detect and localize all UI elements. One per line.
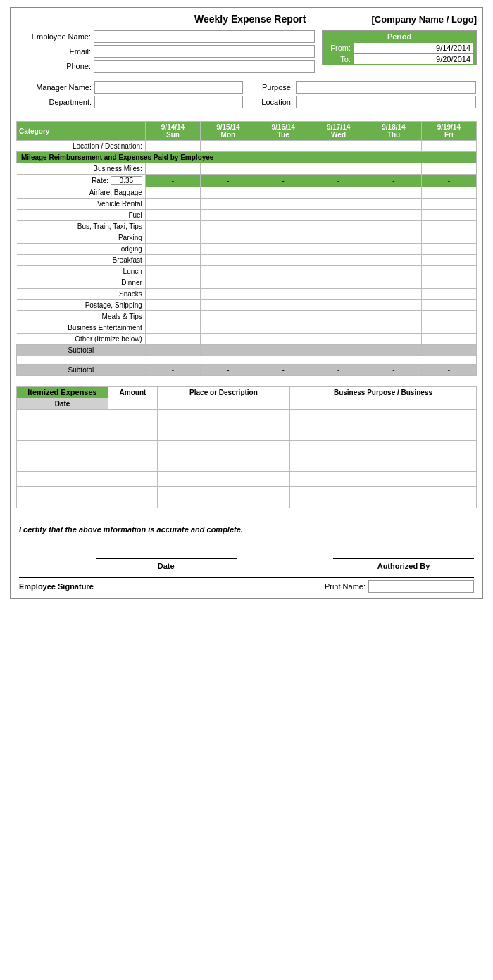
sub2-mon: - xyxy=(201,365,256,376)
sub2-tue: - xyxy=(256,365,311,376)
bm-wed[interactable] xyxy=(311,163,366,175)
itemized-header-row: Itemized Expenses Amount Place or Descri… xyxy=(17,387,477,398)
purpose-row: Purpose: xyxy=(250,81,476,94)
sub1-thu: - xyxy=(366,345,421,356)
itemized-table: Itemized Expenses Amount Place or Descri… xyxy=(16,386,477,508)
period-from-row: From: 9/14/2014 xyxy=(323,42,476,54)
list-item xyxy=(17,425,477,441)
loc-dest-fri[interactable] xyxy=(421,141,476,152)
date-col-2: 9/15/14 Mon xyxy=(201,122,256,141)
sub1-mon: - xyxy=(201,345,256,356)
date-col-6: 9/19/14 Fri xyxy=(421,122,476,141)
manager-name-label: Manager Name: xyxy=(17,83,94,92)
loc-dest-tue[interactable] xyxy=(256,141,311,152)
table-row: Lunch xyxy=(17,266,477,277)
loc-dest-wed[interactable] xyxy=(311,141,366,152)
location-destination-row: Location / Destination: xyxy=(17,141,477,152)
cat-breakfast: Breakfast xyxy=(17,255,146,266)
sub2-fri: - xyxy=(421,365,476,376)
signature-lines xyxy=(19,545,474,559)
rate-sun: - xyxy=(145,175,200,187)
rate-thu: - xyxy=(366,175,421,187)
loc-dest-thu[interactable] xyxy=(366,141,421,152)
rate-input[interactable] xyxy=(111,176,142,185)
sub1-sun: - xyxy=(145,345,200,356)
cat-fuel: Fuel xyxy=(17,210,146,221)
table-row: Fuel xyxy=(17,210,477,221)
rate-tue: - xyxy=(256,175,311,187)
table-row: Snacks xyxy=(17,289,477,300)
cat-lodging: Lodging xyxy=(17,244,146,255)
mileage-section-header: Mileage Reimbursement and Expenses Paid … xyxy=(17,152,477,163)
amount-header: Amount xyxy=(108,387,158,398)
cat-parking: Parking xyxy=(17,232,146,244)
rate-label: Rate: xyxy=(92,177,108,184)
list-item xyxy=(17,410,477,425)
subtotal-2-label: Subtotal xyxy=(17,365,146,376)
signature-labels: Date Authorized By xyxy=(19,562,474,570)
cat-business-entertainment: Business Entertainment xyxy=(17,322,146,334)
cat-meals-tips: Meals & Tips xyxy=(17,311,146,322)
cat-postage: Postage, Shipping xyxy=(17,300,146,311)
location-input[interactable] xyxy=(296,96,476,108)
cat-bus: Bus, Train, Taxi, Tips xyxy=(17,221,146,232)
date-col-4: 9/17/14 Wed xyxy=(311,122,366,141)
sub2-wed: - xyxy=(311,365,366,376)
manager-name-input[interactable] xyxy=(94,81,243,94)
period-from-label: From: xyxy=(325,44,354,52)
sub1-wed: - xyxy=(311,345,366,356)
purpose-label: Purpose: xyxy=(250,83,296,92)
sub2-thu: - xyxy=(366,365,421,376)
date-header: Date xyxy=(17,398,108,410)
cat-lunch: Lunch xyxy=(17,266,146,277)
employee-fields: Employee Name: Email: Phone: xyxy=(16,30,315,75)
rate-label-cell: Rate: xyxy=(17,175,146,187)
table-row: Dinner xyxy=(17,277,477,289)
location-row: Location: xyxy=(250,96,476,108)
date-label: Date xyxy=(96,562,237,570)
print-name-area: Print Name: xyxy=(325,580,474,593)
table-row: Vehicle Rental xyxy=(17,199,477,210)
purpose-input[interactable] xyxy=(296,81,476,94)
bm-sun[interactable] xyxy=(145,163,200,175)
bm-thu[interactable] xyxy=(366,163,421,175)
employee-info-section: Employee Name: Email: Phone: Period From… xyxy=(16,30,477,75)
loc-dest-sun[interactable] xyxy=(145,141,200,152)
table-row: Lodging xyxy=(17,244,477,255)
sig-line-right xyxy=(333,545,474,559)
table-row: Other (Itemize below) xyxy=(17,334,477,345)
period-to-row: To: 9/20/2014 xyxy=(323,54,476,65)
date-col-5: 9/18/14 Thu xyxy=(366,122,421,141)
phone-input[interactable] xyxy=(94,60,315,73)
rate-wed: - xyxy=(311,175,366,187)
bm-mon[interactable] xyxy=(201,163,256,175)
bm-tue[interactable] xyxy=(256,163,311,175)
location-destination-label: Location / Destination: xyxy=(17,141,146,152)
rate-fri: - xyxy=(421,175,476,187)
company-name: [Company Name / Logo] xyxy=(371,14,477,25)
manager-info-section: Manager Name: Department: Purpose: Locat… xyxy=(16,80,477,111)
period-to-value: 9/20/2014 xyxy=(354,54,473,64)
print-name-input[interactable] xyxy=(368,580,474,593)
sub2-sun: - xyxy=(145,365,200,376)
loc-dest-mon[interactable] xyxy=(201,141,256,152)
bm-fri[interactable] xyxy=(421,163,476,175)
list-item xyxy=(17,487,477,508)
employee-name-label: Employee Name: xyxy=(16,32,94,41)
rate-mon: - xyxy=(201,175,256,187)
table-row: Airfare, Baggage xyxy=(17,187,477,199)
business-miles-row: Business Miles: xyxy=(17,163,477,175)
location-label: Location: xyxy=(250,98,296,106)
subtotal-row-2: Subtotal - - - - - - xyxy=(17,365,477,376)
email-input[interactable] xyxy=(94,45,315,58)
category-header: Category xyxy=(17,122,146,141)
place-header: Place or Description xyxy=(158,387,290,398)
list-item xyxy=(17,472,477,487)
date-col-3: 9/16/14 Tue xyxy=(256,122,311,141)
spacer-row xyxy=(17,356,477,365)
print-name-label: Print Name: xyxy=(325,582,366,591)
period-header: Period xyxy=(323,31,476,42)
table-row: Meals & Tips xyxy=(17,311,477,322)
department-input[interactable] xyxy=(94,96,243,108)
employee-name-input[interactable] xyxy=(94,30,315,43)
